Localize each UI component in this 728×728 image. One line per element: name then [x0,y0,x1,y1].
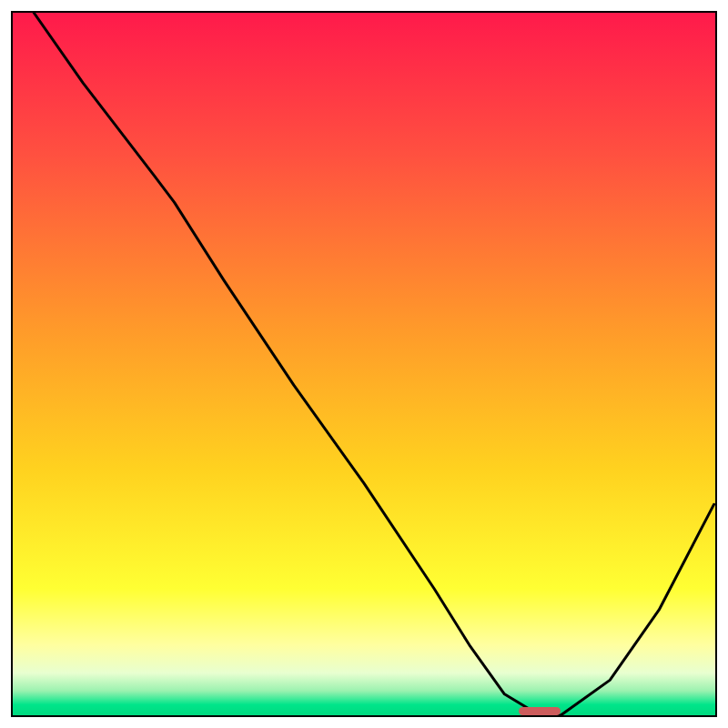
chart-frame: TheBottleneck.com [11,11,717,717]
gradient-background [13,13,715,715]
optimum-marker [519,707,561,715]
bottleneck-plot [13,13,715,715]
